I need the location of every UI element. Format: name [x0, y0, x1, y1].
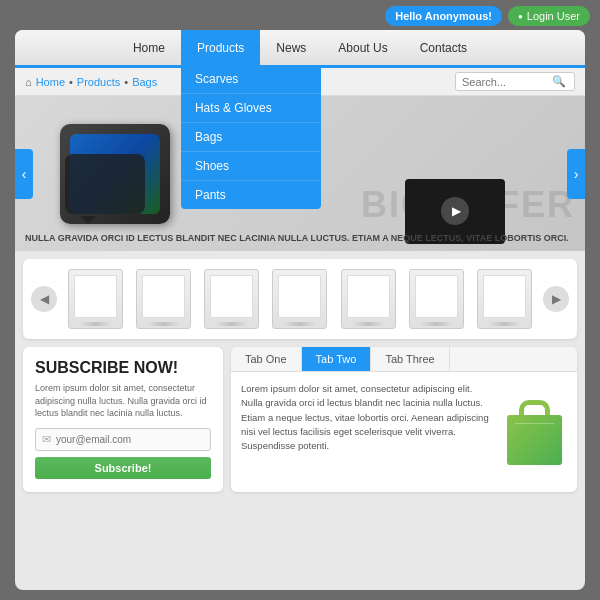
dropdown-scarves[interactable]: Scarves — [181, 65, 321, 94]
email-input[interactable] — [56, 434, 204, 445]
dropdown-hats-gloves[interactable]: Hats & Gloves — [181, 94, 321, 123]
main-container: Home Products Scarves Hats & Gloves Bags… — [15, 30, 585, 590]
carousel-items — [65, 269, 535, 329]
dropdown-shoes[interactable]: Shoes — [181, 152, 321, 181]
email-input-wrap[interactable] — [35, 428, 211, 451]
tab-body-text: Lorem ipsum dolor sit amet, consectetur … — [241, 382, 492, 482]
nav-news[interactable]: News — [260, 30, 322, 65]
tab-three[interactable]: Tab Three — [371, 347, 449, 371]
products-dropdown: Scarves Hats & Gloves Bags Shoes Pants — [181, 65, 321, 209]
carousel-item-4[interactable] — [272, 269, 327, 329]
breadcrumb-bags[interactable]: Bags — [132, 76, 157, 88]
nav-products[interactable]: Products Scarves Hats & Gloves Bags Shoe… — [181, 30, 260, 65]
subscribe-button[interactable]: Subscribe! — [35, 457, 211, 479]
carousel-next[interactable]: ▶ — [543, 286, 569, 312]
breadcrumb-sep2: • — [124, 76, 128, 88]
tab-content: Lorem ipsum dolor sit amet, consectetur … — [231, 372, 577, 492]
tab-image — [502, 382, 567, 482]
home-icon: ⌂ — [25, 76, 32, 88]
nav-contacts[interactable]: Contacts — [404, 30, 483, 65]
bottom-row: SUBSCRIBE NOW! Lorem ipsum dolor sit ame… — [23, 347, 577, 492]
search-input[interactable] — [462, 76, 552, 88]
tabs-section: Tab One Tab Two Tab Three Lorem ipsum do… — [231, 347, 577, 492]
hello-badge: Hello Anonymous! — [385, 6, 502, 26]
breadcrumb-products[interactable]: Products — [77, 76, 120, 88]
dropdown-pants[interactable]: Pants — [181, 181, 321, 209]
breadcrumb-sep1: • — [69, 76, 73, 88]
dropdown-bags[interactable]: Bags — [181, 123, 321, 152]
speech-bubble — [65, 154, 145, 214]
carousel-item-1[interactable] — [68, 269, 123, 329]
search-box[interactable]: 🔍 — [455, 72, 575, 91]
navigation: Home Products Scarves Hats & Gloves Bags… — [15, 30, 585, 68]
hero-caption: NULLA GRAVIDA ORCI ID LECTUS BLANDIT NEC… — [25, 233, 575, 243]
carousel-item-5[interactable] — [341, 269, 396, 329]
breadcrumb-home[interactable]: Home — [36, 76, 65, 88]
top-bar: Hello Anonymous! Login User — [375, 0, 600, 32]
subscribe-body: Lorem ipsum dolor sit amet, consectetur … — [35, 382, 211, 420]
tab-one[interactable]: Tab One — [231, 347, 302, 371]
nav-home[interactable]: Home — [117, 30, 181, 65]
carousel-item-3[interactable] — [204, 269, 259, 329]
subscribe-section: SUBSCRIBE NOW! Lorem ipsum dolor sit ame… — [23, 347, 223, 492]
nav-about[interactable]: About Us — [322, 30, 403, 65]
carousel-item-7[interactable] — [477, 269, 532, 329]
bag-body — [507, 415, 562, 465]
product-carousel: ◀ ▶ — [23, 259, 577, 339]
tab-header: Tab One Tab Two Tab Three — [231, 347, 577, 372]
tab-two[interactable]: Tab Two — [302, 347, 372, 371]
search-icon[interactable]: 🔍 — [552, 75, 566, 88]
play-button[interactable] — [441, 197, 469, 225]
hero-next-arrow[interactable]: › — [567, 149, 585, 199]
carousel-item-2[interactable] — [136, 269, 191, 329]
breadcrumb: ⌂ Home • Products • Bags — [25, 76, 157, 88]
carousel-prev[interactable]: ◀ — [31, 286, 57, 312]
subscribe-title: SUBSCRIBE NOW! — [35, 359, 211, 377]
login-button[interactable]: Login User — [508, 6, 590, 26]
shopping-bag-icon — [507, 400, 562, 465]
carousel-item-6[interactable] — [409, 269, 464, 329]
